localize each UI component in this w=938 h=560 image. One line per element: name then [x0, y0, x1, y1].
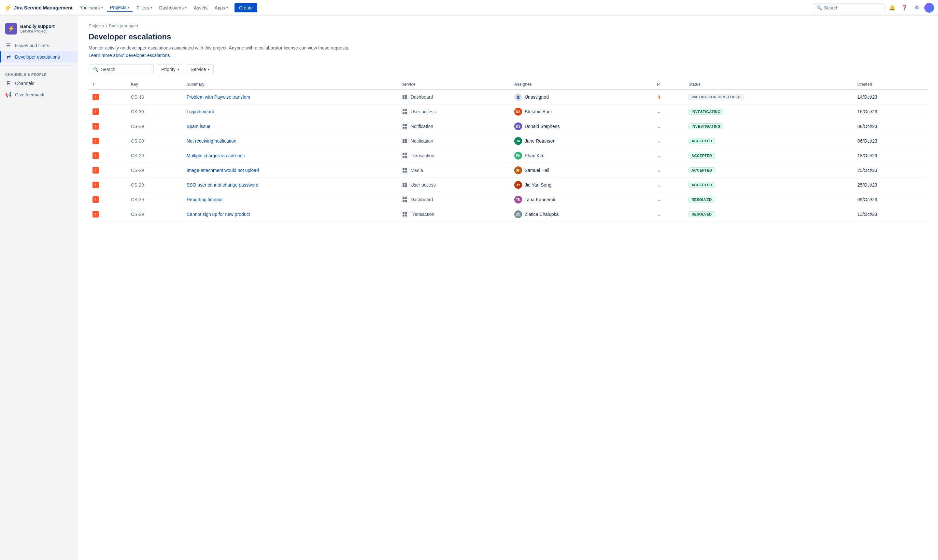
list-icon: ☰ [5, 42, 12, 49]
cell-assignee: ZC Zlatica Chalupka [510, 207, 653, 222]
main-content: Projects / Banc.ly support Developer esc… [78, 15, 938, 560]
nav-apps[interactable]: Apps ▾ [211, 4, 231, 12]
nav-projects[interactable]: Projects ▾ [107, 3, 133, 12]
project-name: Banc.ly support [20, 24, 55, 29]
service-name: Notification [411, 138, 433, 143]
grid-icon [402, 197, 407, 202]
nav-your-work[interactable]: Your work ▾ [77, 4, 106, 12]
search-filter[interactable]: 🔍 [89, 65, 154, 74]
priority-type-icon: ! [92, 94, 99, 100]
cell-p: ⌄ [653, 105, 685, 119]
service-name: User access [411, 109, 436, 114]
issue-link[interactable]: Login timeout [186, 109, 214, 114]
chevron-down-icon: ▾ [177, 68, 179, 71]
user-avatar[interactable] [924, 3, 934, 13]
assignee-name: Donald Stephens [525, 124, 559, 129]
issue-link[interactable]: Not receiving notification [186, 138, 236, 143]
service-icon [402, 182, 408, 188]
service-cell: Dashboard [402, 196, 507, 203]
issue-link[interactable]: Reporting timeout [186, 197, 223, 202]
sidebar-section-channels: CHANNELS & PEOPLE [0, 68, 78, 78]
cell-status: RESOLVED [685, 207, 853, 222]
global-search[interactable]: 🔍 Search [813, 3, 884, 12]
col-status: Status [685, 80, 853, 89]
service-filter-button[interactable]: Service ▾ [186, 65, 214, 74]
learn-more-link[interactable]: Learn more about developer escalations [89, 53, 170, 58]
cell-summary[interactable]: SSO user cannot change password [183, 178, 398, 192]
cell-assignee: JY Jie Yan Song [510, 178, 653, 192]
priority-type-icon: ! [92, 196, 99, 203]
grid-icon [402, 124, 407, 129]
service-name: Dashboard [411, 94, 433, 100]
nav-right: 🔍 Search 🔔 ❓ ⚙ [813, 3, 934, 13]
priority-indicator: ⌄ [657, 168, 661, 173]
issue-link[interactable]: SSO user cannot change password [186, 182, 258, 188]
sidebar-item-give-feedback[interactable]: 📢 Give feedback [0, 89, 78, 100]
table-row: !CS-43Problem with Paywise transfers Das… [89, 89, 927, 105]
issue-link[interactable]: Problem with Paywise transfers [186, 94, 250, 100]
sidebar-item-label: Issues and filters [15, 43, 49, 48]
service-name: User access [411, 182, 436, 188]
project-type: Service Project [20, 29, 55, 34]
sidebar-item-channels[interactable]: 🖥 Channels [0, 78, 78, 89]
assignee-cell: 👤 Unassigned [514, 93, 650, 101]
cell-key: CS-29 [127, 207, 183, 222]
breadcrumb-projects[interactable]: Projects [89, 23, 104, 28]
cell-summary[interactable]: Cannot sign up for new product [183, 207, 398, 222]
cell-service: Transaction [398, 207, 510, 222]
issue-link[interactable]: Spam issue [186, 124, 210, 129]
cell-key: CS-29 [127, 119, 183, 134]
sidebar-item-issues[interactable]: ☰ Issues and filters [0, 40, 78, 51]
cell-type: ! [89, 192, 127, 207]
grid-icon [402, 212, 407, 217]
assignee-avatar: JY [514, 181, 522, 189]
search-input[interactable] [101, 67, 146, 72]
service-label: Service [191, 67, 206, 72]
cell-summary[interactable]: Image attachment would not upload [183, 163, 398, 178]
service-icon [402, 167, 408, 174]
cell-summary[interactable]: Spam issue [183, 119, 398, 134]
sidebar-item-developer-escalations[interactable]: ⇄ Developer escalations [0, 51, 78, 63]
issue-link[interactable]: Multiple charges via add-ons [186, 153, 245, 158]
sidebar-item-label: Give feedback [15, 92, 44, 97]
cell-p: ⌄ [653, 192, 685, 207]
issue-link[interactable]: Cannot sign up for new product [186, 212, 250, 217]
priority-filter-button[interactable]: Priority ▾ [157, 65, 183, 74]
status-badge: WAITING FOR DEVELOPER [688, 94, 744, 100]
cell-summary[interactable]: Problem with Paywise transfers [183, 89, 398, 105]
top-navigation: ⚡ Jira Service Management Your work ▾ Pr… [0, 0, 938, 15]
service-cell: User access [402, 182, 507, 188]
chevron-down-icon: ▾ [151, 6, 152, 9]
create-button[interactable]: Create [234, 3, 257, 12]
nav-filters[interactable]: Filters ▾ [133, 4, 155, 12]
cell-summary[interactable]: Reporting timeout [183, 192, 398, 207]
cell-service: Notification [398, 134, 510, 148]
assignee-cell: PK Phan Kim [514, 152, 650, 160]
breadcrumb-project-name[interactable]: Banc.ly support [109, 23, 139, 28]
col-created: Created [854, 80, 927, 89]
help-icon[interactable]: ❓ [899, 3, 909, 13]
cell-summary[interactable]: Multiple charges via add-ons [183, 148, 398, 163]
cell-p: ⌄ [653, 178, 685, 192]
service-cell: Dashboard [402, 94, 507, 100]
notifications-icon[interactable]: 🔔 [887, 3, 897, 13]
cell-key: CS-43 [127, 89, 183, 105]
cell-created: 08/Oct/23 [854, 119, 927, 134]
issue-link[interactable]: Image attachment would not upload [186, 168, 259, 173]
logo[interactable]: ⚡ Jira Service Management [4, 4, 72, 12]
table-row: !CS-29Reporting timeout Dashboard TK Tah… [89, 192, 927, 207]
grid-icon [402, 153, 407, 158]
cell-assignee: TK Taha Kandemir [510, 192, 653, 207]
col-summary: Summary [183, 80, 398, 89]
service-icon [402, 123, 408, 129]
assignee-cell: DS Donald Stephens [514, 122, 650, 130]
assignee-cell: SH Samuel Hall [514, 166, 650, 174]
settings-icon[interactable]: ⚙ [912, 3, 922, 13]
nav-assets[interactable]: Assets [191, 4, 211, 12]
cell-created: 09/Oct/23 [854, 192, 927, 207]
cell-summary[interactable]: Not receiving notification [183, 134, 398, 148]
cell-summary[interactable]: Login timeout [183, 105, 398, 119]
table-row: !CS-29SSO user cannot change password Us… [89, 178, 927, 192]
nav-dashboards[interactable]: Dashboards ▾ [156, 4, 190, 12]
assignee-cell: ZC Zlatica Chalupka [514, 210, 650, 218]
